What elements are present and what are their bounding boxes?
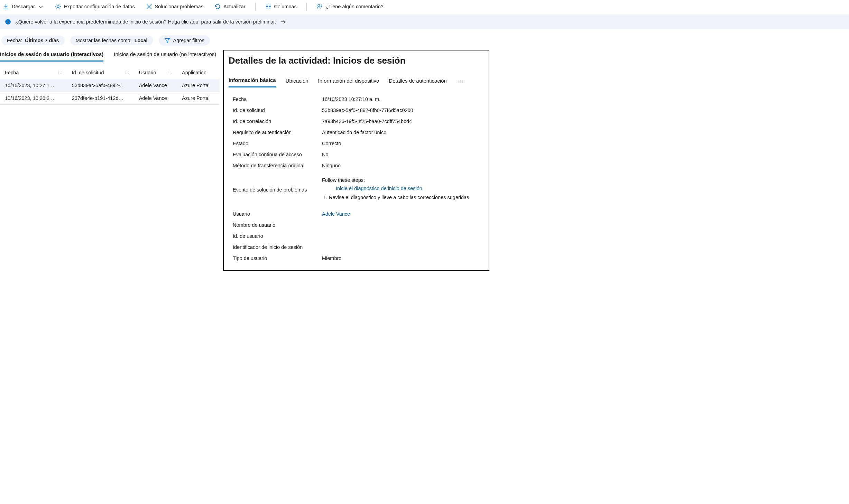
- tab-location[interactable]: Ubicación: [286, 76, 308, 87]
- field-status-value: Correcto: [322, 141, 480, 146]
- troubleshoot-step-1: Revise el diagnóstico y lleve a cabo las…: [329, 195, 480, 200]
- add-filters-pill[interactable]: Agregar filtros: [159, 35, 210, 46]
- refresh-label: Actualizar: [223, 4, 246, 9]
- date-display-label: Mostrar las fechas como:: [76, 38, 132, 43]
- preview-info-bar[interactable]: ¿Quiere volver a la experiencia predeter…: [0, 15, 849, 29]
- info-icon: [5, 19, 11, 25]
- more-tabs-button[interactable]: ···: [456, 79, 465, 84]
- tab-interactive[interactable]: Inicios de sesión de usuario (interactiv…: [0, 50, 103, 62]
- date-display-value: Local: [135, 38, 148, 43]
- table-row[interactable]: 10/16/2023, 10:26:2 …237dfe4e-b191-412d……: [0, 92, 220, 105]
- tab-device-info[interactable]: Información del dispositivo: [318, 76, 379, 87]
- start-signin-diagnostic-link[interactable]: Inicie el diagnóstico de inicio de sesió…: [336, 186, 424, 191]
- refresh-button[interactable]: Actualizar: [213, 2, 247, 11]
- chevron-down-icon: [38, 3, 44, 10]
- field-user-id: Id. de usuario: [229, 231, 484, 242]
- field-username-label: Nombre de usuario: [233, 222, 318, 228]
- field-correlation-id-value: 7a93b436-19f5-4f25-baa0-7cdff754bbd4: [322, 119, 480, 124]
- gear-icon: [55, 3, 61, 10]
- col-date[interactable]: Fecha↑↓: [0, 66, 67, 79]
- col-application[interactable]: Application: [177, 66, 220, 79]
- svg-point-0: [57, 6, 59, 8]
- field-user-type: Tipo de usuario Miembro: [229, 253, 484, 264]
- field-troubleshoot: Evento de solución de problemas Follow t…: [229, 175, 484, 205]
- field-status-label: Estado: [233, 141, 318, 146]
- download-label: Descargar: [12, 4, 35, 9]
- field-date-label: Fecha: [233, 96, 318, 102]
- columns-label: Columnas: [274, 4, 297, 9]
- export-settings-button[interactable]: Exportar configuración de datos: [54, 2, 136, 11]
- col-user[interactable]: Usuario↑↓: [134, 66, 177, 79]
- wrench-icon: [146, 3, 152, 10]
- field-request-id-label: Id. de solicitud: [233, 108, 318, 113]
- field-user-label: Usuario: [233, 211, 318, 217]
- details-title: Detalles de la actividad: Inicios de ses…: [229, 55, 484, 66]
- troubleshoot-button[interactable]: Solucionar problemas: [145, 2, 205, 11]
- feedback-label: ¿Tiene algún comentario?: [325, 4, 384, 9]
- separator: [255, 2, 256, 11]
- feedback-icon: [316, 3, 323, 10]
- field-orig-transfer-label: Método de transferencia original: [233, 163, 318, 168]
- field-signin-ident-label: Identificador de inicio de sesión: [233, 244, 318, 250]
- field-signin-ident: Identificador de inicio de sesión: [229, 242, 484, 253]
- field-request-id: Id. de solicitud 53b839ac-5af0-4892-8fb0…: [229, 105, 484, 116]
- date-filter-value: Últimos 7 días: [25, 38, 59, 43]
- export-settings-label: Exportar configuración de datos: [64, 4, 135, 9]
- field-user-type-value: Miembro: [322, 255, 480, 261]
- tab-noninteractive[interactable]: Inicios de sesión de usuario (no interac…: [114, 50, 216, 62]
- cell-request-id: 237dfe4e-b191-412d…: [67, 92, 134, 105]
- date-filter-pill[interactable]: Fecha: Últimos 7 días: [1, 36, 65, 45]
- cell-date: 10/16/2023, 10:26:2 …: [0, 92, 67, 105]
- tab-auth-details[interactable]: Detalles de autenticación: [389, 76, 447, 87]
- sort-icon: ↑↓: [58, 70, 62, 75]
- cell-application: Azure Portal: [177, 92, 220, 105]
- field-user-id-label: Id. de usuario: [233, 233, 318, 239]
- table-row[interactable]: 10/16/2023, 10:27:1 …53b839ac-5af0-4892-…: [0, 79, 220, 92]
- field-cae-value: No: [322, 152, 480, 157]
- date-display-pill[interactable]: Mostrar las fechas como: Local: [70, 36, 153, 45]
- svg-rect-3: [8, 21, 8, 23]
- info-bar-text: ¿Quiere volver a la experiencia predeter…: [15, 19, 276, 25]
- filters-row: Fecha: Últimos 7 días Mostrar las fechas…: [0, 35, 849, 46]
- separator: [306, 2, 307, 11]
- columns-icon: [265, 3, 271, 10]
- field-user: Usuario Adele Vance: [229, 208, 484, 220]
- field-date-value: 16/10/2023 10:27:10 a. m.: [322, 96, 480, 102]
- field-troubleshoot-value: Follow these steps: Inicie el diagnóstic…: [322, 177, 480, 202]
- refresh-icon: [214, 3, 221, 10]
- sort-icon: ↑↓: [168, 70, 172, 75]
- cell-request-id: 53b839ac-5af0-4892-…: [67, 79, 134, 92]
- field-correlation-id: Id. de correlación 7a93b436-19f5-4f25-ba…: [229, 116, 484, 127]
- cell-user: Adele Vance: [134, 92, 177, 105]
- cell-date: 10/16/2023, 10:27:1 …: [0, 79, 67, 92]
- download-button[interactable]: Descargar: [1, 2, 45, 11]
- add-filters-label: Agregar filtros: [173, 38, 204, 43]
- columns-button[interactable]: Columnas: [264, 2, 298, 11]
- cell-user: Adele Vance: [134, 79, 177, 92]
- field-auth-req: Requisito de autenticación Autenticación…: [229, 127, 484, 138]
- troubleshoot-label: Solucionar problemas: [155, 4, 203, 9]
- tab-basic-info[interactable]: Información básica: [229, 76, 276, 87]
- field-correlation-id-label: Id. de correlación: [233, 119, 318, 124]
- feedback-button[interactable]: ¿Tiene algún comentario?: [315, 2, 385, 11]
- field-orig-transfer: Método de transferencia original Ninguno: [229, 160, 484, 171]
- field-troubleshoot-label: Evento de solución de problemas: [233, 187, 318, 193]
- field-orig-transfer-value: Ninguno: [322, 163, 480, 168]
- command-bar: Descargar Exportar configuración de dato…: [0, 0, 849, 15]
- field-status: Estado Correcto: [229, 138, 484, 149]
- troubleshoot-intro: Follow these steps:: [322, 177, 480, 183]
- col-request-id[interactable]: Id. de solicitud↑↓: [67, 66, 134, 79]
- field-request-id-value: 53b839ac-5af0-4892-8fb0-77f6d5ac0200: [322, 108, 480, 113]
- field-user-type-label: Tipo de usuario: [233, 255, 318, 261]
- arrow-right-icon: [280, 19, 286, 25]
- sort-icon: ↑↓: [125, 70, 129, 75]
- field-date: Fecha 16/10/2023 10:27:10 a. m.: [229, 94, 484, 105]
- download-icon: [3, 3, 9, 10]
- date-filter-label: Fecha:: [7, 38, 22, 43]
- details-panel: Detalles de la actividad: Inicios de ses…: [223, 50, 489, 271]
- field-user-value-link[interactable]: Adele Vance: [322, 211, 480, 217]
- field-cae: Evaluación continua de acceso No: [229, 149, 484, 160]
- details-tabs: Información básica Ubicación Información…: [229, 76, 484, 87]
- field-cae-label: Evaluación continua de acceso: [233, 152, 318, 157]
- field-auth-req-label: Requisito de autenticación: [233, 130, 318, 135]
